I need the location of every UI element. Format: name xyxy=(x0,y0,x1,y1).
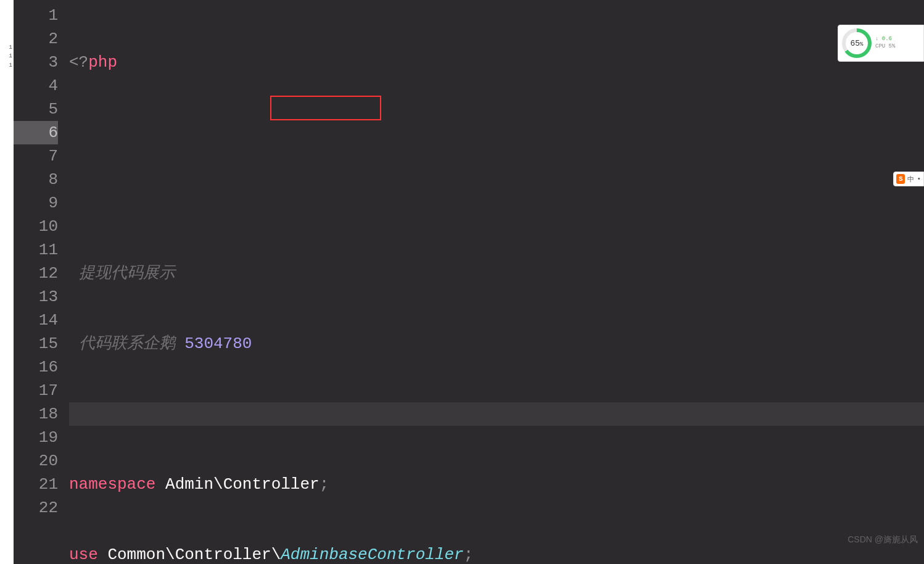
code-line: 提现代码展示 xyxy=(69,262,924,285)
sogou-icon: S xyxy=(896,174,905,184)
ime-indicator[interactable]: S 中 • xyxy=(893,172,924,186)
line-number[interactable]: 5 xyxy=(14,97,58,121)
line-number[interactable]: 15 xyxy=(14,332,58,355)
left-fold-margin: 1 1 1 xyxy=(0,0,14,564)
highlight-annotation-box xyxy=(270,96,381,120)
line-number[interactable]: 7 xyxy=(14,144,58,168)
code-line xyxy=(69,121,924,144)
fold-marker: 1 xyxy=(0,52,14,60)
fold-marker: 1 xyxy=(0,61,14,70)
code-line: <?php xyxy=(69,51,924,74)
line-number[interactable]: 11 xyxy=(14,238,58,262)
code-line xyxy=(69,191,924,215)
line-number[interactable]: 1 xyxy=(14,4,58,27)
cpu-ring-icon: 65% xyxy=(842,28,872,58)
cpu-stats: ↓ 0.6 CPU 5% xyxy=(875,36,895,50)
cpu-monitor-widget[interactable]: 65% ↓ 0.6 CPU 5% xyxy=(838,25,924,62)
line-number[interactable]: 19 xyxy=(14,426,58,449)
line-number[interactable]: 9 xyxy=(14,191,58,215)
ime-lang: 中 xyxy=(907,175,914,184)
line-number[interactable]: 17 xyxy=(14,379,58,402)
code-area[interactable]: <?php 提现代码展示 代码联系企鹅 5304780 namespace Ad… xyxy=(69,0,924,564)
line-number[interactable]: 10 xyxy=(14,215,58,238)
line-number[interactable]: 18 xyxy=(14,402,58,426)
line-number[interactable]: 16 xyxy=(14,355,58,379)
code-line xyxy=(69,402,924,426)
line-number[interactable]: 21 xyxy=(14,473,58,496)
line-number[interactable]: 4 xyxy=(14,74,58,97)
fold-marker: 1 xyxy=(0,43,14,52)
code-line: use Common\Controller\AdminbaseControlle… xyxy=(69,543,924,564)
line-number[interactable]: 14 xyxy=(14,309,58,332)
ime-dot: • xyxy=(917,175,921,183)
code-line: 代码联系企鹅 5304780 xyxy=(69,332,924,355)
line-number[interactable]: 22 xyxy=(14,496,58,520)
line-number[interactable]: 8 xyxy=(14,168,58,191)
code-line: namespace Admin\Controller; xyxy=(69,473,924,496)
net-down: ↓ 0.6 xyxy=(875,36,895,43)
cpu-label: CPU 5% xyxy=(875,43,895,51)
csdn-watermark: CSDN @旖旎从风 xyxy=(848,534,918,545)
line-number[interactable]: 12 xyxy=(14,262,58,285)
line-number[interactable]: 6 xyxy=(14,121,58,144)
line-number[interactable]: 20 xyxy=(14,449,58,473)
line-number[interactable]: 13 xyxy=(14,285,58,309)
line-number-gutter[interactable]: 1 2 3 4 5 6 7 8 9 10 11 12 13 14 15 16 1… xyxy=(14,0,69,564)
cpu-percent: 65 xyxy=(850,39,860,48)
line-number[interactable]: 2 xyxy=(14,27,58,51)
line-number[interactable]: 3 xyxy=(14,51,58,74)
code-editor[interactable]: 1 2 3 4 5 6 7 8 9 10 11 12 13 14 15 16 1… xyxy=(14,0,924,564)
